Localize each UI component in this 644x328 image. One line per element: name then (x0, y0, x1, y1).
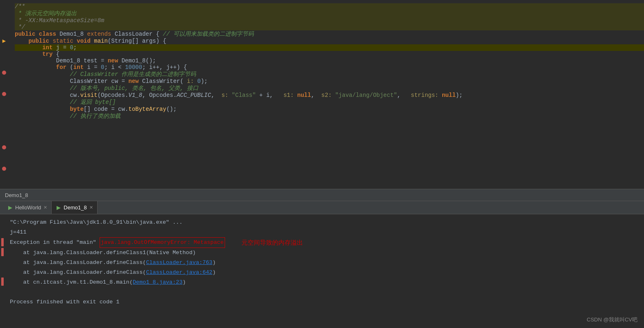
code-param: i: (187, 78, 194, 85)
code-text: ; i < (104, 64, 125, 71)
code-param: s2: (321, 92, 332, 99)
console-tabs: ▶ HelloWorld ✕ ▶ Demo1_8 ✕ (0, 201, 644, 214)
console-text: at java.lang.ClassLoader.defineClass( (10, 258, 146, 268)
code-comment: // ClassWriter 作用是生成类的二进制字节码 (15, 71, 196, 78)
tab-close-icon[interactable]: ✕ (89, 205, 93, 210)
code-text (15, 106, 70, 112)
code-text (15, 44, 42, 51)
status-file: Demo1_8 (5, 192, 28, 198)
stack-link[interactable]: ClassLoader.java:763 (146, 258, 212, 268)
gutter-row (0, 277, 5, 287)
code-text: ACC_PUBLIC (177, 92, 211, 99)
code-keyword: extends (87, 31, 114, 37)
code-text: * -XX:MaxMetaspaceSize=8m (15, 17, 104, 24)
code-method: visit (80, 92, 98, 99)
console-text: ) (212, 258, 216, 268)
gutter-row (0, 89, 8, 99)
console-area: ▶ HelloWorld ✕ ▶ Demo1_8 ✕ (0, 201, 644, 328)
status-bar: Demo1_8 (0, 189, 644, 201)
gutter-row (0, 153, 8, 163)
code-text: , Opcodes. (142, 92, 177, 99)
console-line: j=411 (10, 227, 639, 237)
gutter-row (0, 67, 8, 78)
code-param: s1: (283, 92, 294, 99)
gutter-row (0, 237, 5, 247)
stack-link[interactable]: Demo1_8.java:23 (133, 278, 183, 287)
code-keyword: new (128, 78, 142, 85)
breakpoint-icon[interactable] (2, 71, 6, 75)
code-text: , (311, 92, 321, 99)
code-text: */ (15, 24, 25, 30)
tab-label: HelloWorld (15, 204, 41, 211)
code-line: for (int i = 0; i < 10000; i++, j++) { (15, 64, 644, 71)
gutter-row (0, 3, 8, 14)
code-line: /** (15, 3, 644, 10)
code-string: "java/lang/Object" (335, 92, 397, 99)
error-indicator (1, 238, 4, 246)
breakpoint-icon[interactable] (2, 92, 6, 96)
code-keyword: null (297, 92, 311, 99)
tab-close-icon[interactable]: ✕ (43, 205, 47, 210)
code-text: ; (73, 44, 77, 51)
breakpoint-icon[interactable] (2, 145, 6, 149)
code-text: V1_8 (128, 92, 142, 99)
console-text: j=411 (10, 227, 27, 237)
code-number: 10000 (125, 64, 142, 71)
code-text: [] code = cw. (84, 106, 128, 112)
code-text (228, 92, 232, 99)
tab-helloworld[interactable]: ▶ HelloWorld ✕ (3, 201, 52, 214)
console-text: "C:\Program Files\Java\jdk1.8.0_91\bin\j… (10, 218, 182, 227)
console-gutter (0, 214, 5, 328)
code-text (439, 92, 442, 99)
console-text: ) (212, 268, 216, 278)
code-method: toByteArray (128, 106, 166, 112)
console-output: "C:\Program Files\Java\jdk1.8.0_91\bin\j… (5, 214, 644, 328)
code-text: + i, (256, 92, 283, 99)
code-text: i = (87, 64, 101, 71)
gutter-row (0, 57, 8, 67)
code-keyword: static (52, 38, 77, 44)
gutter-row (0, 14, 8, 25)
error-indicator (1, 278, 4, 286)
code-line: */ (15, 24, 644, 30)
code-keyword: public (15, 31, 39, 37)
annotation-text: 元空间导致的内存溢出 (241, 238, 303, 248)
code-content: /** * 演示元空间内存溢出 * -XX:MaxMetaspaceSize=8… (8, 0, 644, 189)
run-icon: ▶ (56, 205, 61, 211)
console-error-line: Exception in thread "main" java.lang.Out… (10, 237, 639, 248)
code-line: Demo1_8 test = new Demo1_8(); (15, 57, 644, 64)
code-text: (String[] args) { (108, 38, 166, 44)
run-icon: ▶ (7, 205, 13, 211)
debug-gutter: ▶ (0, 0, 8, 189)
code-text: (Opcodes. (98, 92, 129, 99)
breakpoint-icon[interactable] (2, 167, 6, 171)
gutter-row (0, 46, 8, 57)
console-text: Process finished with exit code 1 (10, 297, 119, 307)
gutter-row (0, 257, 5, 267)
console-line: at java.lang.ClassLoader.defineClass(Cla… (10, 258, 639, 268)
code-line: // ClassWriter 作用是生成类的二进制字节码 (15, 71, 644, 78)
gutter-row (0, 163, 8, 174)
tab-label: Demo1_8 (64, 204, 86, 211)
gutter-row (0, 267, 5, 277)
code-string: "Class" (232, 92, 256, 99)
code-text: * 演示元空间内存溢出 (15, 10, 77, 17)
code-text: /** (15, 3, 25, 10)
gutter-row (0, 218, 5, 227)
code-comment: // 执行了类的加载 (15, 112, 121, 120)
code-param: strings: (411, 92, 438, 99)
gutter-row (0, 131, 8, 142)
console-line: at java.lang.ClassLoader.defineClass(Cla… (10, 268, 639, 278)
code-keyword: new (108, 57, 122, 64)
gutter-row (0, 25, 8, 35)
stack-link[interactable]: ClassLoader.java:642 (146, 268, 212, 278)
tab-demo1-8[interactable]: ▶ Demo1_8 ✕ (52, 201, 97, 214)
code-text: Demo1_8 test = (15, 57, 108, 64)
code-line: // 版本号, public, 类名, 包名, 父类, 接口 (15, 85, 644, 92)
code-text: j = (56, 44, 70, 51)
code-text: ); (456, 92, 463, 99)
console-text: Exception in thread "main" (10, 238, 100, 248)
code-keyword: null (442, 92, 456, 99)
code-keyword: int (42, 44, 56, 51)
code-text: ); (201, 78, 208, 85)
